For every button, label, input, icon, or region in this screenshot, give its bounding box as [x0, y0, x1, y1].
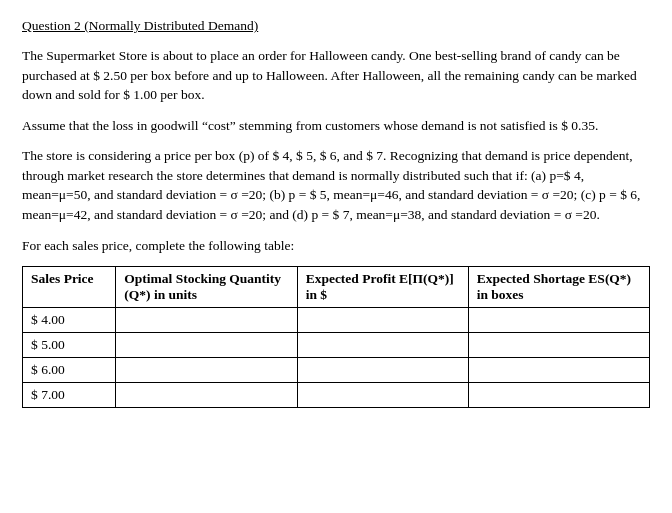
paragraph-3: The store is considering a price per box…	[22, 146, 650, 224]
cell-optimal-4	[116, 383, 297, 408]
col-header-expected: Expected Profit E[Π(Q*)] in $	[297, 267, 468, 308]
table-row: $ 6.00	[23, 358, 650, 383]
cell-price-3: $ 6.00	[23, 358, 116, 383]
cell-price-1: $ 4.00	[23, 308, 116, 333]
cell-shortage-1	[468, 308, 649, 333]
results-table: Sales Price Optimal Stocking Quantity (Q…	[22, 266, 650, 408]
cell-price-4: $ 7.00	[23, 383, 116, 408]
paragraph-1: The Supermarket Store is about to place …	[22, 46, 650, 105]
cell-optimal-1	[116, 308, 297, 333]
table-row: $ 5.00	[23, 333, 650, 358]
paragraph-2: Assume that the loss in goodwill “cost” …	[22, 116, 650, 136]
table-row: $ 7.00	[23, 383, 650, 408]
paragraph-4: For each sales price, complete the follo…	[22, 236, 650, 256]
cell-shortage-2	[468, 333, 649, 358]
data-table-section: Sales Price Optimal Stocking Quantity (Q…	[22, 266, 650, 408]
cell-profit-1	[297, 308, 468, 333]
cell-profit-3	[297, 358, 468, 383]
cell-profit-4	[297, 383, 468, 408]
col-header-optimal: Optimal Stocking Quantity (Q*) in units	[116, 267, 297, 308]
cell-profit-2	[297, 333, 468, 358]
cell-optimal-2	[116, 333, 297, 358]
col-header-shortage: Expected Shortage ES(Q*) in boxes	[468, 267, 649, 308]
question-title: Question 2 (Normally Distributed Demand)	[22, 18, 258, 34]
cell-shortage-3	[468, 358, 649, 383]
cell-shortage-4	[468, 383, 649, 408]
cell-optimal-3	[116, 358, 297, 383]
cell-price-2: $ 5.00	[23, 333, 116, 358]
table-row: $ 4.00	[23, 308, 650, 333]
col-header-sales: Sales Price	[23, 267, 116, 308]
